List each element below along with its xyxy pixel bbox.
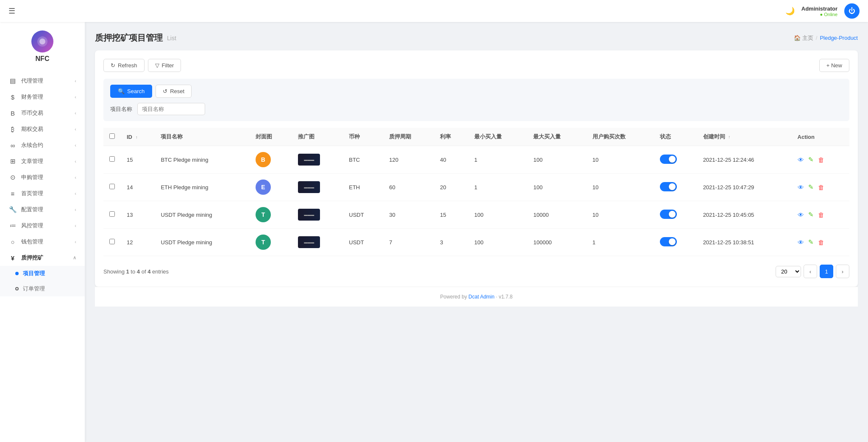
refresh-button[interactable]: ↻ Refresh	[103, 59, 145, 72]
table-header: ID ↑ 项目名称 封面图 推广图 币种 质押周期 利率 最小买入量 最大买入量…	[103, 128, 849, 146]
cell-rate: 3	[434, 229, 468, 256]
chevron-down-icon: ∨	[73, 255, 76, 261]
cell-min: 100	[468, 229, 527, 256]
view-icon[interactable]: 👁	[798, 156, 804, 163]
col-status: 状态	[654, 128, 697, 146]
toolbar-left: ↻ Refresh ▽ Filter	[103, 59, 181, 72]
sidebar-item-finance[interactable]: $ 财务管理 ‹	[0, 89, 85, 105]
select-all-checkbox[interactable]	[109, 133, 115, 139]
sidebar-item-home-mgmt[interactable]: ≡ 首页管理 ‹	[0, 185, 85, 202]
per-page-select[interactable]: 20 50 100	[776, 266, 801, 277]
pledge-icon: ¥	[8, 254, 17, 262]
sidebar-item-article[interactable]: ⊞ 文章管理 ‹	[0, 153, 85, 169]
row-checkbox[interactable]	[109, 184, 115, 189]
cell-id: 15	[121, 146, 155, 174]
new-button[interactable]: + New	[819, 59, 849, 72]
col-cover: 封面图	[250, 128, 292, 146]
status-toggle[interactable]	[660, 155, 677, 164]
data-table-wrapper: ID ↑ 项目名称 封面图 推广图 币种 质押周期 利率 最小买入量 最大买入量…	[103, 128, 849, 256]
col-max: 最大买入量	[527, 128, 586, 146]
user-status: Online	[801, 12, 837, 17]
row-checkbox[interactable]	[109, 156, 115, 162]
delete-icon[interactable]: 🗑	[818, 156, 824, 163]
user-info: Administrator Online	[801, 6, 837, 17]
sidebar-item-risk[interactable]: ≔ 风控管理 ‹	[0, 218, 85, 234]
chevron-icon: ‹	[75, 78, 76, 83]
reset-button[interactable]: ↺ Reset	[156, 85, 192, 98]
page-title-area: 质押挖矿项目管理 List	[95, 32, 176, 44]
active-dot	[15, 272, 19, 275]
sidebar-label-pledge: 质押挖矿	[21, 254, 43, 262]
view-icon[interactable]: 👁	[798, 211, 804, 218]
sidebar-item-pledge[interactable]: ¥ 质押挖矿 ∨	[0, 250, 85, 266]
sidebar-item-wallet[interactable]: ○ 钱包管理 ‹	[0, 234, 85, 250]
sidebar-item-project-mgmt[interactable]: 项目管理	[0, 266, 85, 281]
sidebar-item-futures[interactable]: ₿ 期权交易 ‹	[0, 121, 85, 137]
cell-max: 100000	[527, 229, 586, 256]
chevron-icon: ‹	[75, 175, 76, 180]
view-icon[interactable]: 👁	[798, 239, 804, 246]
page-header: 质押挖矿项目管理 List 🏠 主页 / Pledge-Product	[95, 32, 858, 44]
cell-rate: 20	[434, 174, 468, 201]
coin-trade-icon: B	[8, 110, 17, 117]
cell-max: 10000	[527, 201, 586, 229]
breadcrumb-home[interactable]: 🏠 主页	[794, 34, 813, 42]
table-row: 13 USDT Pledge mining T ▬▬▬ USDT 30 15 1…	[103, 201, 849, 229]
search-button[interactable]: 🔍 Search	[110, 85, 152, 98]
config-icon: 🔧	[8, 206, 17, 213]
submenu-label-order: 订单管理	[23, 285, 45, 293]
sidebar-label-coin-trade: 币币交易	[21, 109, 43, 117]
col-created: 创建时间 ↑	[697, 128, 792, 146]
cell-name: USDT Pledge mining	[155, 201, 250, 229]
edit-icon[interactable]: ✎	[808, 156, 814, 163]
hamburger-menu[interactable]: ☰	[8, 6, 15, 16]
cell-cover: E	[250, 174, 292, 201]
footer-link[interactable]: Dcat Admin	[468, 294, 494, 300]
delete-icon[interactable]: 🗑	[818, 211, 824, 218]
sidebar-label-ipo: 申购管理	[21, 174, 43, 181]
status-toggle[interactable]	[660, 182, 677, 191]
main-card: ↻ Refresh ▽ Filter + New 🔍	[95, 50, 858, 287]
sidebar-item-agent[interactable]: ▤ 代理管理 ‹	[0, 73, 85, 89]
action-icons: 👁 ✎ 🗑	[798, 238, 843, 246]
status-toggle[interactable]	[660, 210, 677, 219]
row-checkbox[interactable]	[109, 239, 115, 244]
delete-icon[interactable]: 🗑	[818, 184, 824, 191]
prev-page-button[interactable]: ‹	[804, 265, 817, 278]
power-button[interactable]: ⏻	[844, 3, 860, 19]
chevron-icon: ‹	[75, 94, 76, 99]
view-icon[interactable]: 👁	[798, 184, 804, 191]
sidebar-item-coin-trade[interactable]: B 币币交易 ‹	[0, 105, 85, 121]
sidebar-item-perpetual[interactable]: ∞ 永续合约 ‹	[0, 137, 85, 153]
sidebar-item-order-mgmt[interactable]: 订单管理	[0, 281, 85, 296]
edit-icon[interactable]: ✎	[808, 183, 814, 191]
edit-icon[interactable]: ✎	[808, 238, 814, 246]
cell-period: 60	[383, 174, 434, 201]
cell-user-buy: 10	[587, 174, 654, 201]
cell-action: 👁 ✎ 🗑	[792, 229, 849, 256]
cell-name: USDT Pledge mining	[155, 229, 250, 256]
page-1-button[interactable]: 1	[820, 265, 833, 278]
sidebar-item-ipo[interactable]: ⊙ 申购管理 ‹	[0, 169, 85, 185]
search-icon: 🔍	[118, 88, 125, 94]
page-title: 质押挖矿项目管理	[95, 32, 163, 44]
chevron-icon: ‹	[75, 127, 76, 132]
next-page-button[interactable]: ›	[836, 265, 849, 278]
col-rate: 利率	[434, 128, 468, 146]
logo-icon	[31, 30, 53, 52]
theme-toggle-icon[interactable]: 🌙	[785, 6, 795, 16]
cell-promo: ▬▬▬	[292, 146, 343, 174]
breadcrumb: 🏠 主页 / Pledge-Product	[794, 34, 858, 42]
delete-icon[interactable]: 🗑	[818, 239, 824, 246]
search-fields: 项目名称	[110, 103, 843, 115]
search-name-input[interactable]	[137, 103, 205, 115]
row-checkbox[interactable]	[109, 211, 115, 217]
cell-period: 120	[383, 146, 434, 174]
cell-status	[654, 146, 697, 174]
nav-menu: ▤ 代理管理 ‹ $ 财务管理 ‹ B 币币交易 ‹	[0, 73, 85, 296]
filter-button[interactable]: ▽ Filter	[148, 59, 181, 72]
edit-icon[interactable]: ✎	[808, 211, 814, 218]
status-toggle[interactable]	[660, 237, 677, 246]
cell-created: 2021-12-25 12:24:46	[697, 146, 792, 174]
sidebar-item-config[interactable]: 🔧 配置管理 ‹	[0, 202, 85, 218]
